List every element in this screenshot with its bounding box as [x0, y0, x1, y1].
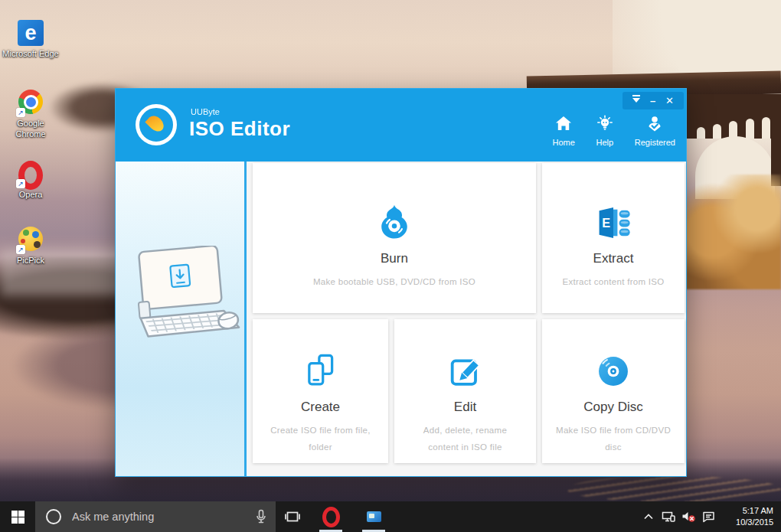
taskbar-opera-button[interactable]	[309, 501, 352, 532]
desktop-icon-picpick[interactable]: ↗ PicPick	[2, 226, 60, 266]
nav-help-button[interactable]: Help	[595, 114, 615, 147]
card-title: Copy Disc	[583, 400, 642, 415]
cortana-icon	[46, 509, 61, 524]
bridge-arch	[746, 119, 754, 139]
dropdown-triangle-icon	[632, 98, 640, 106]
desktop: e Microsoft Edge ↗ Google Chrome ↗ Opera…	[0, 0, 781, 532]
task-view-icon	[285, 511, 300, 523]
flame-icon	[145, 113, 166, 134]
window-body: Burn Make bootable USB, DVD/CD from ISO …	[116, 162, 686, 476]
card-subtitle: Add, delete, rename content in ISO file	[395, 423, 536, 456]
taskbar: 5:17 AM 10/3/2015	[0, 501, 781, 532]
clock-time: 5:17 AM	[718, 505, 773, 517]
shortcut-arrow-icon: ↗	[16, 245, 25, 254]
burn-icon	[374, 203, 414, 243]
desktop-icon-label: Microsoft Edge	[2, 48, 60, 59]
wallpaper-bridge-arcade	[686, 94, 781, 139]
card-title: Edit	[454, 400, 476, 415]
desktop-icon-label: Google Chrome	[2, 118, 60, 140]
photos-app-icon	[367, 511, 381, 522]
window-controls: – ✕	[623, 92, 684, 109]
app-brand: UUByte ISO Editor	[189, 107, 290, 141]
card-subtitle: Make bootable USB, DVD/CD from ISO	[301, 274, 488, 291]
desktop-icon-edge[interactable]: e Microsoft Edge	[2, 20, 60, 59]
card-subtitle: Extract content from ISO	[550, 274, 676, 291]
copy-disc-icon	[593, 351, 633, 391]
network-devices-icon	[662, 511, 675, 522]
main-panel: Burn Make bootable USB, DVD/CD from ISO …	[247, 162, 686, 476]
speaker-muted-icon	[681, 511, 696, 523]
header-nav: Home Help	[552, 114, 675, 147]
nav-home-button[interactable]: Home	[552, 114, 574, 147]
app-title: ISO Editor	[189, 117, 290, 141]
minimize-button[interactable]: –	[650, 96, 655, 106]
burn-card[interactable]: Burn Make bootable USB, DVD/CD from ISO	[253, 163, 536, 313]
company-name: UUByte	[191, 107, 290, 116]
action-center-button[interactable]	[698, 501, 718, 532]
card-subtitle: Make ISO file from CD/DVD disc	[542, 423, 685, 456]
lightbulb-icon	[595, 114, 615, 134]
windows-logo-icon	[11, 511, 25, 524]
copy-disc-card[interactable]: Copy Disc Make ISO file from CD/DVD disc	[542, 319, 685, 463]
edit-card[interactable]: Edit Add, delete, rename content in ISO …	[394, 319, 536, 463]
desktop-icon-opera[interactable]: ↗ Opera	[2, 158, 60, 200]
svg-text:E: E	[602, 216, 610, 230]
close-button[interactable]: ✕	[665, 96, 674, 106]
bridge-arch	[697, 127, 705, 139]
clock-date: 10/3/2015	[718, 517, 773, 528]
edit-icon	[446, 351, 485, 391]
shortcut-arrow-icon: ↗	[16, 108, 25, 117]
extract-icon: E	[593, 203, 633, 243]
nav-label: Registered	[635, 138, 675, 147]
taskbar-clock[interactable]: 5:17 AM 10/3/2015	[718, 501, 781, 532]
notification-icon	[702, 511, 715, 523]
tray-network-button[interactable]	[658, 501, 678, 532]
card-title: Create	[301, 400, 340, 415]
opera-icon	[322, 507, 340, 527]
microphone-icon[interactable]	[256, 509, 266, 524]
app-logo-icon	[136, 104, 177, 145]
create-card[interactable]: Create Create ISO file from file, folder	[253, 319, 388, 463]
window-menu-button[interactable]	[632, 95, 640, 106]
edge-icon: e	[18, 20, 44, 46]
home-icon	[554, 114, 573, 134]
create-icon	[301, 351, 341, 391]
task-view-button[interactable]	[276, 501, 309, 532]
window-header: UUByte ISO Editor Home	[116, 89, 686, 162]
extract-card[interactable]: E Extract Extract content from ISO	[542, 163, 685, 313]
card-title: Burn	[381, 251, 408, 266]
wallpaper-ripples	[567, 476, 781, 502]
registered-user-icon	[645, 114, 665, 134]
nav-label: Help	[596, 138, 613, 147]
wallpaper-golden-trees	[686, 175, 781, 289]
shortcut-arrow-icon: ↗	[16, 179, 25, 188]
bridge-arch	[713, 124, 721, 139]
desktop-icon-label: PicPick	[2, 255, 60, 266]
tray-volume-button[interactable]	[678, 501, 698, 532]
bridge-arch	[762, 117, 770, 139]
nav-label: Home	[552, 138, 574, 147]
desktop-icon-label: Opera	[2, 189, 60, 200]
iso-editor-window: UUByte ISO Editor Home	[115, 88, 687, 477]
chevron-up-icon	[644, 514, 653, 520]
laptop-illustration	[119, 246, 240, 340]
card-subtitle: Create ISO file from file, folder	[253, 423, 388, 456]
start-button[interactable]	[0, 501, 35, 532]
card-title: Extract	[593, 251, 634, 266]
desktop-icon-chrome[interactable]: ↗ Google Chrome	[2, 89, 60, 140]
nav-registered-button[interactable]: Registered	[635, 114, 675, 147]
sidebar	[116, 162, 244, 476]
cortana-search-box[interactable]	[35, 501, 276, 532]
taskbar-photos-button[interactable]	[352, 501, 395, 532]
tray-expand-button[interactable]	[639, 501, 658, 532]
search-input[interactable]	[70, 510, 256, 524]
taskbar-spacer	[395, 501, 639, 532]
